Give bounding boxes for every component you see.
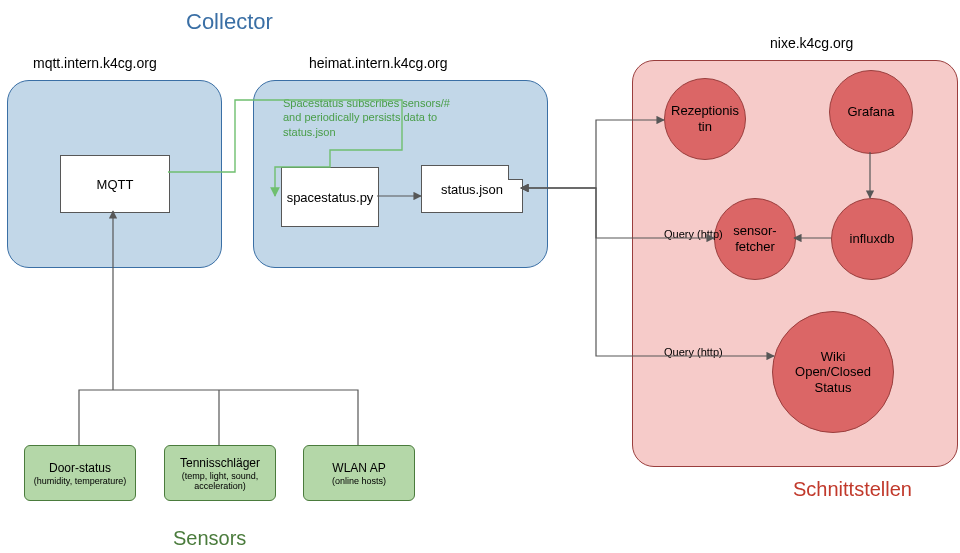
annotation-spacestatus: Spacestatus subscribes sensors/# and per… <box>283 96 453 139</box>
section-title-schnittstellen: Schnittstellen <box>793 478 912 501</box>
sensor-door: Door-status (humidity, temperature) <box>24 445 136 501</box>
node-grafana: Grafana <box>829 70 913 154</box>
sensor-door-label: Door-status <box>49 461 111 475</box>
node-rezeptionistin: Rezeptionistin <box>664 78 746 160</box>
node-rezeptionistin-label: Rezeptionistin <box>670 103 740 134</box>
node-spacestatus: spacestatus.py <box>281 167 379 227</box>
host-label-heimat: heimat.intern.k4cg.org <box>309 55 448 71</box>
sensor-wlan: WLAN AP (online hosts) <box>303 445 415 501</box>
host-label-nixe: nixe.k4cg.org <box>770 35 853 51</box>
node-sensorfetcher: sensor-fetcher <box>714 198 796 280</box>
section-title-collector: Collector <box>186 9 273 35</box>
sensor-wlan-sub: (online hosts) <box>332 476 386 486</box>
node-influxdb-label: influxdb <box>850 231 895 247</box>
sensor-tennis-sub: (temp, light, sound, acceleration) <box>165 471 275 491</box>
edge-label-query1: Query (http) <box>664 228 723 240</box>
node-mqtt-label: MQTT <box>97 177 134 192</box>
node-grafana-label: Grafana <box>848 104 895 120</box>
section-title-sensors: Sensors <box>173 527 246 550</box>
sensor-door-sub: (humidity, temperature) <box>34 476 126 486</box>
node-statusjson-label: status.json <box>441 182 503 197</box>
node-sensorfetcher-label: sensor-fetcher <box>720 223 790 254</box>
host-label-mqtt: mqtt.intern.k4cg.org <box>33 55 157 71</box>
node-influxdb: influxdb <box>831 198 913 280</box>
node-mqtt: MQTT <box>60 155 170 213</box>
sensor-tennis: Tennisschläger (temp, light, sound, acce… <box>164 445 276 501</box>
sensor-tennis-label: Tennisschläger <box>180 456 260 470</box>
node-wiki-label: Wiki Open/Closed Status <box>783 349 883 396</box>
node-wiki: Wiki Open/Closed Status <box>772 311 894 433</box>
node-statusjson: status.json <box>421 165 523 213</box>
sensor-wlan-label: WLAN AP <box>332 461 385 475</box>
node-spacestatus-label: spacestatus.py <box>287 190 374 205</box>
edge-label-query2: Query (http) <box>664 346 723 358</box>
